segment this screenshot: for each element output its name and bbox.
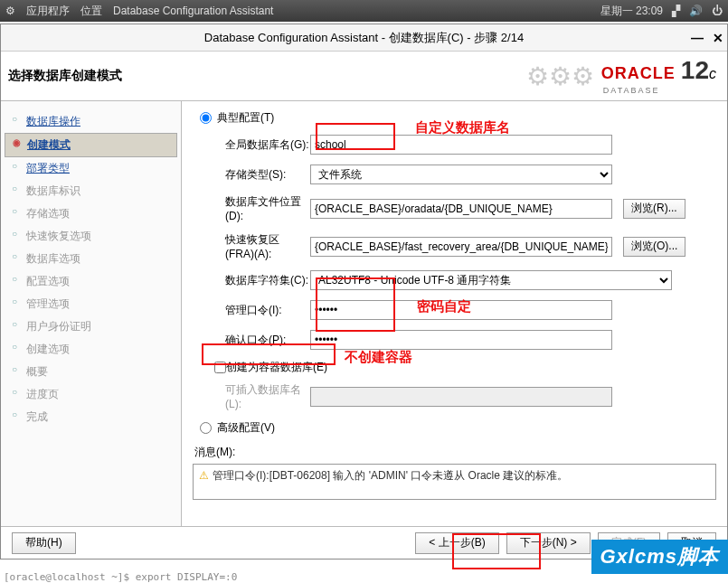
gear-decoration-icon: ⚙⚙⚙ (526, 61, 594, 91)
charset-select[interactable]: AL32UTF8 - Unicode UTF-8 通用字符集 (310, 270, 672, 290)
power-icon[interactable]: ⏻ (712, 5, 723, 17)
brand-text: ORACLE (601, 64, 676, 82)
help-button[interactable]: 帮助(H) (12, 532, 76, 554)
warning-message: 管理口令(I):[DBT-06208] 输入的 'ADMIN' 口令未遵从 Or… (199, 468, 710, 484)
pluggable-db-input (310, 387, 612, 407)
window-title: Database Configuration Assistant - 创建数据库… (204, 30, 524, 46)
sidebar-item-fast-recovery: 快速恢复选项 (5, 225, 177, 248)
browse-fra-button[interactable]: 浏览(O)... (623, 237, 685, 257)
back-button[interactable]: < 上一步(B) (415, 532, 498, 554)
typical-config-radio[interactable] (200, 112, 212, 124)
oracle-logo: ORACLE DATABASE 12c (601, 56, 716, 96)
storage-type-select[interactable]: 文件系统 (310, 165, 612, 184)
volume-icon[interactable]: 🔊 (689, 5, 703, 17)
network-icon[interactable]: ▞ (672, 5, 680, 17)
confirm-password-label: 确认口令(P): (193, 333, 310, 348)
apps-menu-icon: ⚙ (5, 5, 15, 17)
brand-sub: DATABASE (603, 86, 660, 95)
sidebar-item-create-options: 创建选项 (5, 338, 177, 361)
container-db-label: 创建为容器数据库(E) (226, 360, 327, 375)
db-file-location-label: 数据库文件位置(D): (193, 194, 310, 222)
apps-menu[interactable]: 应用程序 (26, 4, 70, 19)
sidebar-item-progress: 进度页 (5, 383, 177, 406)
wizard-header: 选择数据库创建模式 ⚙⚙⚙ ORACLE DATABASE 12c (1, 52, 727, 101)
sidebar-item-db-operation[interactable]: 数据库操作 (5, 110, 177, 133)
sidebar-item-db-ident: 数据库标识 (5, 180, 177, 202)
app-window: Database Configuration Assistant - 创建数据库… (0, 24, 728, 559)
admin-password-label: 管理口令(I): (193, 303, 310, 318)
sidebar-item-deploy-type[interactable]: 部署类型 (5, 157, 177, 180)
terminal-peek: [oracle@localhost ~]$ export DISPLAY=:0 (4, 571, 237, 583)
advanced-config-radio[interactable] (200, 422, 212, 434)
charset-label: 数据库字符集(C): (193, 273, 310, 288)
typical-config-label: 典型配置(T) (217, 110, 274, 126)
advanced-config-label: 高级配置(V) (217, 420, 275, 436)
sidebar-item-config-options: 配置选项 (5, 270, 177, 293)
container-db-checkbox[interactable] (214, 362, 226, 373)
fra-label: 快速恢复区 (FRA)(A): (193, 232, 310, 260)
watermark: Gxlcms脚本 (591, 540, 729, 574)
messages-box: 管理口令(I):[DBT-06208] 输入的 'ADMIN' 口令未遵从 Or… (193, 464, 716, 500)
sidebar-item-create-mode[interactable]: 创建模式 (5, 133, 177, 157)
db-file-location-input[interactable] (310, 199, 612, 219)
sidebar-item-storage: 存储选项 (5, 202, 177, 225)
version-suffix: c (709, 66, 716, 82)
window-titlebar: Database Configuration Assistant - 创建数据库… (1, 24, 727, 52)
storage-type-label: 存储类型(S): (193, 167, 310, 183)
version-number: 12 (681, 56, 709, 85)
sidebar-item-db-options: 数据库选项 (5, 248, 177, 270)
close-button[interactable]: ✕ (713, 31, 723, 45)
wizard-content: 典型配置(T) 全局数据库名(G): 存储类型(S): 文件系统 数据库文件位置… (182, 101, 727, 526)
global-db-name-label: 全局数据库名(G): (193, 137, 310, 153)
confirm-password-input[interactable] (310, 330, 612, 350)
pluggable-db-label: 可插入数据库名(L): (193, 382, 310, 410)
global-db-name-input[interactable] (310, 135, 612, 155)
next-button[interactable]: 下一步(N) > (506, 532, 591, 554)
browse-db-file-button[interactable]: 浏览(R)... (623, 199, 685, 219)
sidebar-item-finish: 完成 (5, 406, 177, 428)
wizard-sidebar: 数据库操作 创建模式 部署类型 数据库标识 存储选项 快速恢复选项 数据库选项 … (1, 101, 182, 526)
page-subtitle: 选择数据库创建模式 (1, 68, 526, 84)
sidebar-item-summary: 概要 (5, 361, 177, 383)
messages-label: 消息(M): (194, 445, 716, 460)
location-menu[interactable]: 位置 (80, 4, 102, 19)
sidebar-item-user-creds: 用户身份证明 (5, 315, 177, 338)
os-topbar: ⚙ 应用程序 位置 Database Configuration Assista… (0, 0, 728, 22)
clock: 星期一 23:09 (600, 4, 663, 19)
admin-password-input[interactable] (310, 300, 612, 320)
active-app-title: Database Configuration Assistant (113, 5, 273, 17)
sidebar-item-mgmt-options: 管理选项 (5, 293, 177, 315)
fra-input[interactable] (310, 237, 612, 257)
minimize-button[interactable]: — (691, 31, 704, 45)
